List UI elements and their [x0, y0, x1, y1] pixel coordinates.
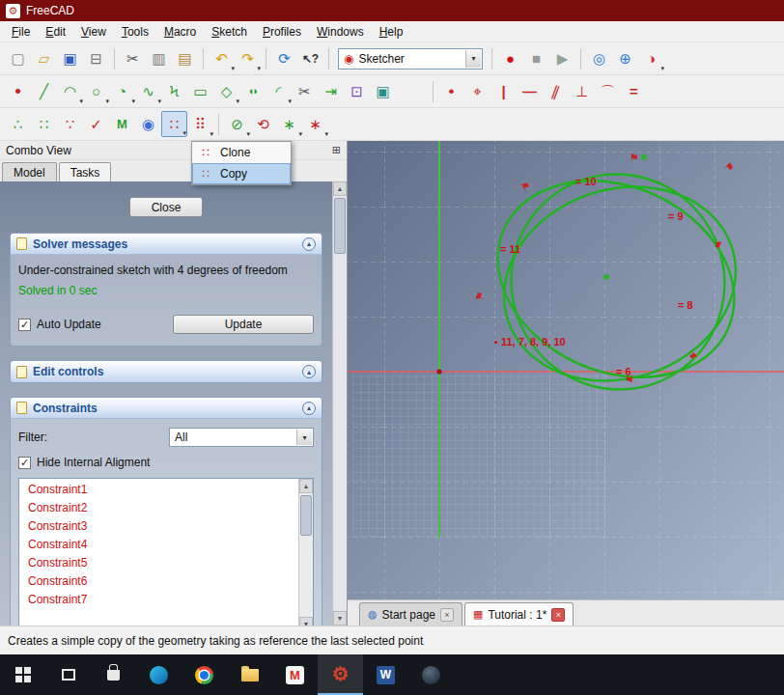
copy-icon[interactable]: ▥	[146, 45, 172, 71]
record-macro-icon[interactable]: ●	[497, 45, 523, 71]
create-line-icon[interactable]: ╱	[31, 78, 57, 104]
zoom-icon[interactable]: ⊕	[612, 45, 638, 71]
origin-point[interactable]	[436, 369, 441, 374]
constraint-list-item[interactable]: Constraint3	[19, 517, 297, 536]
zoom-fit-icon[interactable]: ◎	[586, 45, 612, 71]
create-point-icon[interactable]: •	[5, 78, 31, 104]
constraint-flag-icon[interactable]: ⚑	[630, 153, 639, 163]
constraint-list-item[interactable]: Constraint1	[19, 481, 297, 499]
titlebar[interactable]: ⚙ FreeCAD	[0, 0, 784, 21]
connect-edges-icon[interactable]: ∵	[57, 111, 83, 137]
paste-icon[interactable]: ▤	[172, 45, 198, 71]
snap-toggle-icon[interactable]: ∗	[302, 111, 328, 137]
menu-item[interactable]: Profiles	[255, 22, 309, 42]
menu-item[interactable]: Macro	[156, 22, 204, 42]
menu-item[interactable]: Windows	[309, 22, 372, 42]
chevron-down-icon[interactable]	[465, 50, 481, 68]
float-panel-icon[interactable]: ⊞	[332, 144, 341, 156]
constraint-label[interactable]: ▪ 11, 7, 8, 9, 10	[494, 336, 566, 348]
select-constraints-icon[interactable]: ✓	[83, 111, 109, 137]
constraint-coincident-icon[interactable]: •	[438, 78, 464, 104]
constraint-equal-icon[interactable]: =	[621, 78, 647, 104]
context-menu-item-copy[interactable]: ∷ Copy	[192, 163, 291, 184]
constraint-list-item[interactable]: Constraint7	[19, 591, 297, 609]
create-rectangle-icon[interactable]: ▭	[187, 78, 213, 104]
3d-view[interactable]: = 10= 9= 11= 8▪ 11, 7, 8, 9, 10= 6 ⚑⚑⚑⚑⚑…	[348, 141, 784, 599]
freecad-taskbar-icon[interactable]: ⚙	[318, 654, 363, 695]
rectangular-array-icon[interactable]: ⠿	[187, 111, 213, 137]
constraint-label[interactable]: = 10	[575, 176, 597, 187]
new-file-icon[interactable]: ▢	[5, 45, 31, 71]
scroll-down-icon[interactable]	[333, 611, 347, 626]
scroll-down-icon[interactable]	[299, 617, 313, 626]
start-button[interactable]	[0, 654, 45, 695]
filter-select[interactable]: All	[169, 428, 314, 447]
menu-item[interactable]: Edit	[38, 22, 73, 42]
draw-style-icon[interactable]: ◑	[638, 45, 664, 71]
create-polygon-icon[interactable]: ◇	[213, 78, 239, 104]
hide-internal-alignment-checkbox[interactable]	[18, 457, 31, 469]
sketch-vertex-point[interactable]	[641, 154, 647, 160]
word-icon[interactable]: W	[363, 654, 408, 695]
task-view-button[interactable]	[45, 654, 91, 695]
trim-edge-icon[interactable]: ✂	[292, 78, 318, 104]
create-circle-icon[interactable]: ○	[83, 78, 109, 104]
combo-view-tab[interactable]: Tasks	[59, 162, 112, 181]
constraint-list-item[interactable]: Constraint2	[19, 499, 297, 517]
constraint-label[interactable]: = 11	[500, 243, 520, 255]
menu-item[interactable]: Help	[372, 22, 411, 42]
scroll-up-icon[interactable]	[333, 181, 347, 196]
create-bspline-icon[interactable]: ∿	[135, 78, 161, 104]
combo-view-titlebar[interactable]: Combo View ⊞	[0, 141, 347, 160]
gmail-icon[interactable]: M	[272, 654, 318, 695]
collapse-section-icon[interactable]	[302, 402, 316, 415]
stop-macro-icon[interactable]: ■	[523, 45, 549, 71]
clone-icon[interactable]: ∷	[161, 111, 187, 137]
show-dof-icon[interactable]: ∴	[5, 111, 31, 137]
constraint-flag-icon[interactable]: ⚑	[475, 292, 486, 301]
scroll-up-icon[interactable]	[299, 479, 313, 493]
chrome-icon[interactable]	[182, 654, 227, 695]
create-slot-icon[interactable]: ◖◗	[239, 78, 266, 104]
play-macro-icon[interactable]: ▶	[549, 45, 575, 71]
constraints-list[interactable]: Constraint1Constraint2Constraint3Constra…	[18, 478, 314, 626]
collapse-section-icon[interactable]	[302, 237, 316, 251]
symmetry-icon[interactable]: M	[109, 111, 135, 137]
store-icon[interactable]	[91, 654, 136, 695]
constraint-vertical-icon[interactable]: |	[490, 78, 517, 104]
whats-this-icon[interactable]: ↖?	[297, 45, 323, 71]
constraint-horizontal-icon[interactable]: ―	[517, 78, 543, 104]
menu-item[interactable]: Tools	[114, 22, 156, 42]
bspline-degree-icon[interactable]: ◉	[135, 111, 161, 137]
menu-item[interactable]: Sketch	[204, 22, 255, 42]
sketch-center-point[interactable]	[603, 274, 609, 280]
close-shape-icon[interactable]: ∷	[31, 111, 57, 137]
sketch-canvas[interactable]	[348, 141, 784, 599]
construction-mode-icon[interactable]: ⊘	[224, 111, 250, 137]
collapse-section-icon[interactable]	[302, 365, 316, 378]
virtual-space-icon[interactable]: ⟲	[250, 111, 276, 137]
create-arc-icon[interactable]: ◠	[57, 78, 83, 104]
extend-edge-icon[interactable]: ⇥	[318, 78, 344, 104]
print-icon[interactable]: ⊟	[83, 45, 109, 71]
undo-icon[interactable]: ↶	[209, 45, 235, 71]
constraint-tangent-icon[interactable]: ⌒	[595, 78, 621, 104]
constraint-list-item[interactable]: Constraint5	[19, 554, 297, 572]
constraint-flag-icon[interactable]: ⚑	[712, 240, 722, 250]
external-geometry-icon[interactable]: ⊡	[344, 78, 370, 104]
constraint-label[interactable]: = 9	[668, 210, 684, 222]
constraint-point-on-object-icon[interactable]: ⌖	[464, 78, 490, 104]
steam-icon[interactable]	[408, 654, 454, 695]
edge-icon[interactable]	[136, 654, 182, 695]
constraint-list-item[interactable]: Constraint4	[19, 536, 297, 554]
create-fillet-icon[interactable]: ◜	[266, 78, 292, 104]
constraint-perpendicular-icon[interactable]: ⊥	[569, 78, 595, 104]
menu-item[interactable]: File	[4, 22, 38, 42]
constraint-flag-icon[interactable]: ⚑	[625, 373, 634, 383]
scrollbar-thumb[interactable]	[334, 198, 346, 254]
edit-controls-header[interactable]: Edit controls	[11, 361, 322, 382]
constraint-list-item[interactable]: Constraint6	[19, 572, 297, 591]
save-icon[interactable]: ▣	[57, 45, 83, 71]
grid-toggle-icon[interactable]: ∗	[276, 111, 302, 137]
update-button[interactable]: Update	[173, 315, 314, 334]
